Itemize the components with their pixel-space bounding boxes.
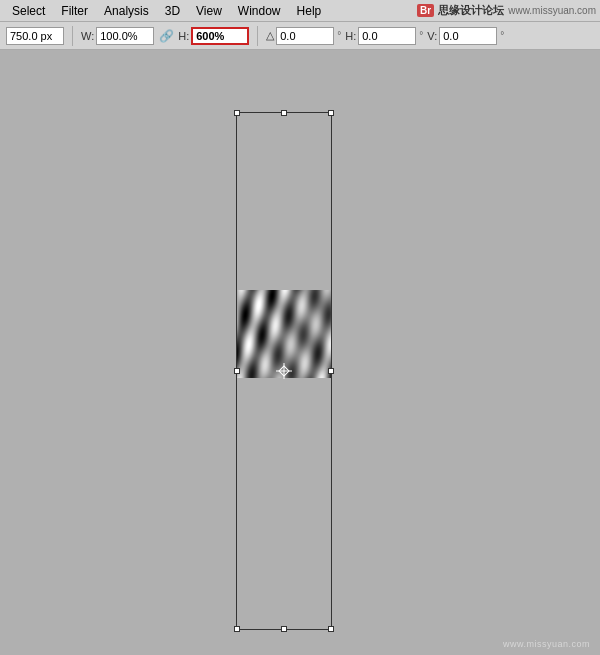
logo-cn: 思缘设计论坛 [438,3,504,18]
canvas-area: www.missyuan.com [0,50,600,655]
menu-view[interactable]: View [188,2,230,20]
handle-bottom-center[interactable] [281,626,287,632]
menu-3d[interactable]: 3D [157,2,188,20]
v-field: V: ° [427,27,504,45]
handle-top-right[interactable] [328,110,334,116]
w-label: W: [81,30,94,42]
angle-field: △ ° [266,27,341,45]
bridge-badge: Br [417,4,434,17]
handle-bottom-left[interactable] [234,626,240,632]
angle-label: △ [266,29,274,42]
menu-analysis[interactable]: Analysis [96,2,157,20]
transform-box [236,112,332,630]
sep1 [72,26,73,46]
handle-mid-left[interactable] [234,368,240,374]
menu-filter[interactable]: Filter [53,2,96,20]
h-input[interactable] [191,27,249,45]
h-label: H: [178,30,189,42]
handle-bottom-right[interactable] [328,626,334,632]
h2-label: H: [345,30,356,42]
v-input[interactable] [439,27,497,45]
menu-bar: Select Filter Analysis 3D View Window He… [0,0,600,22]
w-input[interactable] [96,27,154,45]
deg3: ° [500,30,504,41]
h2-field: H: ° [345,27,423,45]
menu-help[interactable]: Help [289,2,330,20]
sep2 [257,26,258,46]
handle-top-left[interactable] [234,110,240,116]
x-field [6,27,64,45]
lock-icon[interactable]: 🔗 [158,28,174,44]
w-field: W: [81,27,154,45]
center-crosshair [276,363,292,379]
menu-select[interactable]: Select [4,2,53,20]
handle-top-center[interactable] [281,110,287,116]
menu-right: Br 思缘设计论坛 www.missyuan.com [417,3,596,18]
watermark: www.missyuan.com [503,639,590,649]
deg1: ° [337,30,341,41]
crosshair-diamond [278,365,289,376]
angle-input[interactable] [276,27,334,45]
x-input[interactable] [6,27,64,45]
menu-window[interactable]: Window [230,2,289,20]
logo-url: www.missyuan.com [508,5,596,16]
toolbar: W: 🔗 H: △ ° H: ° V: ° [0,22,600,50]
h-field: H: [178,27,249,45]
deg2: ° [419,30,423,41]
h2-input[interactable] [358,27,416,45]
v-label: V: [427,30,437,42]
handle-mid-right[interactable] [328,368,334,374]
